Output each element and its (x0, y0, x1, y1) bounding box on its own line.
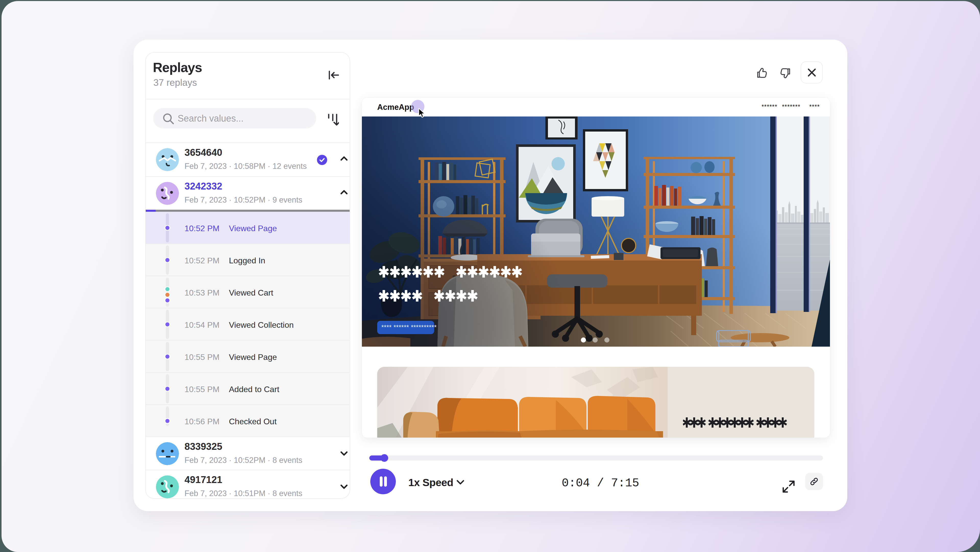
svg-text:**** ****** **********: **** ****** ********** (381, 323, 437, 331)
